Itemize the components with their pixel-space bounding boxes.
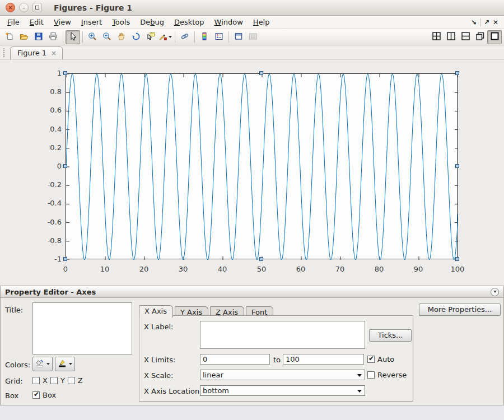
x-scale-dropdown[interactable]: linear (200, 370, 365, 380)
maximize-window-icon[interactable] (32, 3, 42, 12)
edit-plot-cursor-button[interactable] (66, 30, 80, 44)
insert-colorbar-button[interactable] (197, 30, 212, 44)
colors-label: Colors: (5, 361, 30, 369)
close-window-icon[interactable]: × (6, 3, 15, 12)
menu-help[interactable]: Help (248, 17, 275, 27)
reverse-checkbox[interactable] (367, 371, 375, 379)
menu-insert[interactable]: Insert (76, 17, 107, 27)
selection-handle[interactable] (63, 71, 67, 75)
x-tick-label: 50 (248, 265, 276, 273)
x-tick-label: 60 (287, 265, 315, 273)
brush-data-button[interactable] (158, 30, 172, 44)
menu-view[interactable]: View (49, 17, 76, 27)
tabbar-grip[interactable] (3, 48, 6, 57)
auto-label: Auto (377, 355, 394, 363)
menu-edit[interactable]: Edit (25, 17, 49, 27)
pan-hand-button[interactable] (114, 30, 129, 44)
x-axis-location-label: X Axis Location: (144, 387, 202, 395)
new-figure-icon (5, 32, 14, 43)
layout-split-horizontal-icon (461, 31, 470, 43)
menubar: FileEditViewInsertToolsDebugDesktopWindo… (0, 16, 504, 29)
save-figure-icon (34, 32, 43, 43)
dock-icon[interactable]: ↘ (471, 18, 477, 26)
y-tick-label: 1 (36, 68, 62, 78)
insert-legend-button[interactable] (212, 30, 226, 44)
new-figure-button[interactable] (2, 30, 17, 44)
x-label-input[interactable] (200, 321, 365, 349)
zoom-in-button[interactable] (85, 30, 100, 44)
rotate-3d-button[interactable] (129, 30, 143, 44)
x-limits-min-input[interactable]: 0 (200, 354, 270, 365)
selection-handle[interactable] (455, 257, 459, 261)
minimize-window-icon[interactable]: – (19, 3, 29, 12)
grid-y-checkbox[interactable] (50, 377, 58, 384)
auto-checkbox[interactable] (367, 356, 375, 363)
undock-icon[interactable]: ↗ (484, 18, 489, 26)
dropdown-arrow-icon[interactable] (169, 36, 172, 38)
selection-handle[interactable] (63, 257, 67, 261)
selection-handle[interactable] (259, 257, 263, 261)
x-tick-label: 0 (52, 265, 80, 273)
line-color-picker-button[interactable] (55, 357, 75, 371)
tab-figure-1[interactable]: Figure 1 × (10, 46, 63, 59)
zoom-out-button[interactable] (100, 30, 114, 44)
more-properties-button[interactable]: More Properties... (419, 304, 501, 316)
toolbar-separator (228, 31, 229, 43)
layout-split-vertical-button[interactable] (444, 30, 458, 44)
menu-debug[interactable]: Debug (135, 17, 169, 27)
y-tick-label: -0.2 (36, 180, 62, 190)
layout-float-button[interactable] (473, 30, 487, 44)
data-cursor-button[interactable] (143, 30, 158, 44)
close-icon[interactable]: ✕ (493, 18, 498, 26)
tab-x-axis[interactable]: X Axis (139, 305, 173, 318)
layout-maximize-button[interactable] (487, 30, 502, 44)
layout-grid-button[interactable] (429, 30, 444, 44)
y-tick-label: 0.8 (36, 87, 62, 97)
fill-color-picker-button[interactable] (32, 357, 53, 371)
tab-label: Figure 1 (17, 49, 46, 57)
print-figure-button[interactable] (46, 30, 60, 44)
property-editor-body: Title: Colors: Grid: X Y Z Box Box (1, 298, 503, 405)
figure-canvas[interactable]: 0102030405060708090100-1-0.8-0.6-0.4-0.2… (0, 60, 504, 286)
grid-checkboxes: X Y Z (32, 376, 83, 385)
reverse-label: Reverse (377, 371, 407, 379)
grid-x-checkbox[interactable] (32, 377, 40, 384)
toolbar-left (2, 30, 260, 44)
layout-split-horizontal-button[interactable] (458, 30, 473, 44)
y-tick-label: 0.4 (36, 124, 62, 134)
line-color-pen-icon (58, 359, 67, 370)
y-tick-label: -0.6 (36, 217, 62, 227)
x-axis-location-dropdown[interactable]: bottom (200, 385, 365, 396)
hide-plot-tools-button[interactable] (231, 30, 246, 44)
menu-desktop[interactable]: Desktop (169, 17, 209, 27)
x-tick-label: 10 (91, 265, 119, 273)
menu-window[interactable]: Window (209, 17, 248, 27)
selection-handle[interactable] (259, 71, 263, 75)
open-file-button[interactable] (17, 30, 31, 44)
tab-close-icon[interactable]: × (51, 49, 57, 57)
selection-handle[interactable] (455, 71, 459, 75)
grid-z-checkbox[interactable] (68, 377, 75, 384)
x-limits-max-input[interactable]: 100 (283, 354, 364, 365)
collapse-panel-icon[interactable] (491, 288, 499, 296)
menu-file[interactable]: File (2, 17, 25, 27)
menu-tools[interactable]: Tools (107, 17, 135, 27)
plot-axes[interactable] (66, 73, 458, 259)
selection-handle[interactable] (455, 164, 459, 168)
title-input[interactable] (32, 302, 132, 354)
toolbar (0, 29, 504, 45)
property-editor-header[interactable]: Property Editor - Axes (1, 286, 503, 298)
print-figure-icon (49, 32, 58, 43)
titlebar[interactable]: × – Figures - Figure 1 (0, 0, 504, 16)
auto-checkbox-row: Auto (367, 355, 394, 363)
x-tick-label: 20 (130, 265, 158, 273)
separator (480, 18, 480, 26)
save-figure-button[interactable] (31, 30, 46, 44)
y-tick-label: 0 (36, 161, 62, 171)
box-checkbox[interactable] (32, 391, 40, 399)
x-limits-label: X Limits: (144, 356, 175, 364)
link-plot-button[interactable] (178, 30, 192, 44)
selection-handle[interactable] (63, 164, 67, 168)
sine-curve[interactable] (66, 74, 458, 260)
ticks-button[interactable]: Ticks... (369, 329, 412, 342)
